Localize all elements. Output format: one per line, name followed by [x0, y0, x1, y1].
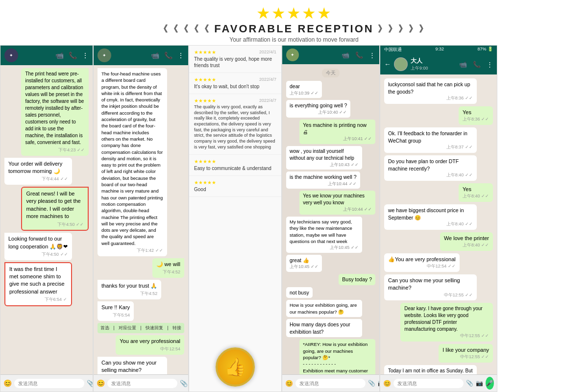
message-input-middle[interactable]: [295, 379, 366, 388]
msg-text: Yes we know your machines very well you …: [303, 193, 372, 206]
emoji-icon-2[interactable]: 😊: [97, 379, 105, 387]
msg-time: 上午10:45 ✓✓: [290, 264, 318, 270]
msg-text: thanks for your trust 🙏: [101, 282, 157, 290]
emoji-icon-r[interactable]: 😊: [383, 380, 391, 387]
right-more-icon[interactable]: ⋮: [487, 61, 493, 68]
quick-reply-bar[interactable]: 首选|对应位置|快速回复|转接: [98, 323, 184, 333]
message-item: Can you show me your selling machine? 中午…: [98, 357, 167, 374]
msg-time: 上午10:41 ✓✓: [303, 136, 372, 142]
phone-icon-2[interactable]: 📞: [164, 51, 172, 59]
left-arrows: 《《《《《: [159, 23, 210, 35]
attach-icon-m[interactable]: 📎: [368, 380, 375, 387]
right-video-icon[interactable]: 📹: [459, 61, 467, 68]
review-item: ★★★★★ 2022/4/1 The quality is very good,…: [189, 46, 281, 73]
msg-text: Yes: [463, 186, 489, 193]
middle-header: ✦ 📹 📞 ⋮: [282, 46, 379, 64]
middle-video-icon[interactable]: 📹: [342, 51, 349, 59]
msg-text: Looking forward to our long cooperation …: [8, 235, 68, 250]
message-item: The four-head machine uses a different b…: [98, 68, 167, 256]
msg-time: 中午12:54 ✓✓: [388, 263, 456, 270]
more-icon[interactable]: ⋮: [82, 51, 89, 59]
message-item: we have biggest discount price in Septem…: [384, 204, 477, 230]
more-icon-2[interactable]: ⋮: [177, 51, 184, 59]
msg-time: 上午8:40 ✓✓: [388, 221, 473, 227]
msg-text: How many days does your exhibition last?: [290, 321, 359, 335]
msg-text: It was the first time I met someone shim…: [9, 266, 67, 296]
review-date: 2022/4/7: [259, 77, 276, 82]
msg-time: 中午12:55 ✓✓: [404, 333, 489, 339]
review-stars: ★★★★★: [194, 77, 216, 82]
video-icon[interactable]: 📹: [55, 51, 64, 59]
right-phone-icon[interactable]: 📞: [473, 61, 481, 68]
chat-header-2: ✦ 📹 📞 ⋮: [94, 46, 188, 65]
page-header: ★★★★★ 《《《《《 FAVORABLE RECEPTION 》》》》》 Yo…: [0, 0, 588, 45]
middle-phone-icon[interactable]: 📞: [355, 51, 363, 59]
msg-text: Do you have plan to order DTF machine re…: [388, 158, 473, 172]
send-bar-right: 😊 📎 📷 🎤: [380, 374, 497, 392]
chat-icons-2: 📹 📞 ⋮: [151, 51, 184, 59]
camera-icon-r[interactable]: 📷: [476, 380, 483, 387]
send-button-right[interactable]: 🎤: [486, 377, 494, 390]
review-item: ★★★★★ Easy to communicate & understand: [189, 155, 281, 176]
right-header: ← 大人 上午9:00 📹 📞 ⋮: [380, 54, 497, 74]
message-item: is the machine working well ? 上午10:44 ✓✓: [286, 172, 360, 189]
middle-more-icon[interactable]: ⋮: [369, 51, 375, 59]
emoji-icon-m[interactable]: 😊: [285, 380, 293, 387]
message-input-right[interactable]: [393, 379, 464, 388]
msg-text: How is your exhibition going, are our ma…: [290, 302, 359, 315]
right-messages: luckyconsol said that he can pick up the…: [380, 74, 497, 374]
msg-text: not busy: [290, 289, 309, 296]
review-text: It's okay to wait, but don't stop: [194, 83, 276, 90]
message-item: How many days does your exhibition last?: [286, 319, 362, 337]
msg-text: dear: [290, 83, 318, 90]
video-icon-2[interactable]: 📹: [151, 51, 159, 59]
msg-text: My technicians say very good, they like …: [290, 219, 359, 245]
attach-icon-r[interactable]: 📎: [466, 380, 473, 387]
message-item: thanks for your trust 🙏 下午4:52: [98, 280, 161, 299]
msg-time: 下午4:50 ✓✓: [26, 221, 84, 228]
middle-avatar: ✦: [286, 49, 299, 61]
msg-text: Yes machine is printing now 🖨: [303, 122, 372, 136]
msg-time: 上午8:37 ✓✓: [388, 144, 473, 150]
chat-messages-2: The four-head machine uses a different b…: [94, 65, 188, 374]
msg-time: 下午6:54 ✓: [9, 296, 67, 303]
send-bar-middle: 😊 📎 📷 🎤: [282, 374, 379, 392]
attach-icon-1[interactable]: 📎: [87, 380, 93, 387]
message-item: Today I am not in office as Sunday. But …: [384, 365, 477, 374]
right-arrows: 》》》》》: [378, 23, 429, 35]
emoji-icon-1[interactable]: 😊: [3, 379, 12, 387]
carrier-info: 中国联通: [384, 47, 402, 53]
review-item: ★★★★★ 2022/4/7 It's okay to wait, but do…: [189, 73, 281, 94]
msg-text: luckyconsol said that he can pick up the…: [388, 81, 473, 95]
attach-icon-2[interactable]: 📎: [180, 380, 188, 387]
message-item: Yes 上午8:40 ✓✓: [459, 183, 493, 202]
msg-text: Ok. I'll feedback to the forwarder in We…: [388, 130, 473, 144]
message-item: Busy today ?: [339, 274, 375, 285]
msg-text: The print head were pre-installed for cu…: [25, 71, 85, 146]
msg-text: The four-head machine uses a different b…: [101, 71, 163, 246]
message-item: The print head were pre-installed for cu…: [21, 68, 89, 156]
msg-text: You are very professional: [120, 338, 180, 345]
phone-icon[interactable]: 📞: [69, 51, 77, 59]
battery-info: 87% 🔋: [477, 47, 493, 53]
message-item: I like your company 中午12:55 ✓✓: [439, 344, 493, 363]
review-date: 2022/4/7: [259, 98, 276, 103]
message-item: not busy: [286, 287, 313, 298]
review-stars: ★★★★★: [194, 180, 216, 185]
send-bar-1: 😊 📎 📷 🎤: [0, 374, 93, 392]
review-text: Easy to communicate & understand: [194, 165, 276, 172]
message-item: It was the first time I met someone shim…: [4, 262, 72, 306]
message-input-1[interactable]: [14, 379, 84, 388]
message-item: Yes 上午8:36 ✓✓: [459, 106, 493, 125]
right-panel: 中国联通 9:32 87% 🔋 ← 大人 上午9:00 📹 📞 ⋮ luckyc…: [380, 45, 497, 392]
chat-icons-1: 📹 📞 ⋮: [55, 51, 89, 59]
message-item: Ok. I'll feedback to the forwarder in We…: [384, 127, 477, 153]
middle-messages: 今天 dear 上午10:39 ✓✓ is everything going w…: [282, 64, 379, 374]
msg-text: Dear kary. I have gone through your webs…: [404, 305, 489, 333]
message-item: luckyconsol said that he can pick up the…: [384, 78, 477, 104]
message-input-2[interactable]: [107, 379, 177, 388]
back-icon[interactable]: ←: [384, 60, 391, 68]
message-item: Yes we know your machines very well you …: [299, 191, 375, 215]
msg-time: 下午4:52: [101, 291, 157, 297]
msg-time: 上午8:40 ✓✓: [444, 242, 489, 248]
